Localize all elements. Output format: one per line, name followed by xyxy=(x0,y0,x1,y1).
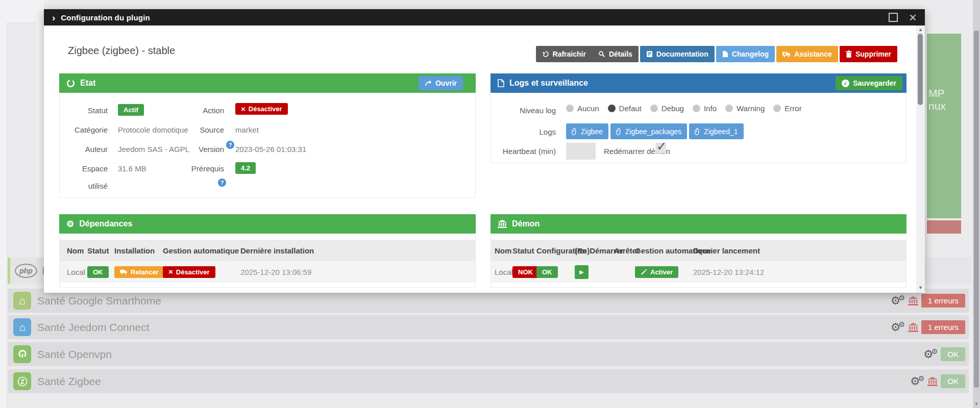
bank-icon xyxy=(498,220,507,228)
modal-titlebar: › Configuration du plugin × xyxy=(44,9,925,26)
plugin-toolbar: Rafraichir Détails Documentation Changel… xyxy=(536,46,897,62)
assistance-button[interactable]: Assistance xyxy=(776,46,838,62)
panel-title: Dépendances xyxy=(79,219,132,228)
question-circle-icon[interactable]: ? xyxy=(218,178,226,187)
paperclip-icon xyxy=(616,128,622,135)
heartbeat-input[interactable] xyxy=(566,143,596,160)
source-label: Source xyxy=(177,125,224,134)
bank-icon[interactable] xyxy=(908,323,918,332)
covered-table-red-fragment xyxy=(927,220,961,234)
radio-warning[interactable]: Warning xyxy=(725,104,765,113)
panel-title: Logs et surveillance xyxy=(509,79,588,88)
dependances-panel: ⚙ Dépendances Nom Statut Installation Ge… xyxy=(59,214,476,288)
log-file-buttons: Zigbee Zigbee_packages Zigbeed_1 xyxy=(566,123,744,139)
delete-button[interactable]: Supprimer xyxy=(840,46,897,62)
bank-icon[interactable] xyxy=(908,296,918,305)
gears-icon[interactable]: ⚙⚙ xyxy=(923,349,938,360)
demon-panel: Démon Nom Statut Configuration (Re)Démar… xyxy=(491,214,906,288)
restart-daemon-checkbox[interactable]: ✓ xyxy=(655,143,666,154)
dependances-panel-header: ⚙ Dépendances xyxy=(59,214,476,234)
statut-badge: Actif xyxy=(118,104,144,116)
etat-panel: Etat Ouvrir Statut Actif Catégorie Proto… xyxy=(59,73,476,198)
close-icon[interactable]: × xyxy=(909,12,917,22)
open-button[interactable]: Ouvrir xyxy=(419,76,463,90)
logs-panel-header: Logs et surveillance ✓ Sauvegarder xyxy=(491,73,906,93)
trash-icon xyxy=(846,50,852,58)
list-item-label: Santé Openvpn xyxy=(37,348,112,361)
paperclip-icon xyxy=(572,128,577,135)
page-scrollbar[interactable]: ▼ xyxy=(973,0,980,408)
covered-table-green-fragment: MP nux xyxy=(927,34,961,218)
ambulance-icon xyxy=(782,51,791,58)
documentation-button[interactable]: Documentation xyxy=(640,46,715,62)
niveau-log-label: Niveau log xyxy=(491,106,556,115)
radio-defaut[interactable]: Defaut xyxy=(608,104,642,113)
ambulance-icon xyxy=(120,269,128,275)
google-smarthome-icon: ⌂ xyxy=(13,292,31,310)
radio-debug[interactable]: Debug xyxy=(650,104,684,113)
start-daemon-cell: ▶ xyxy=(575,261,589,283)
search-icon xyxy=(598,50,605,58)
log-button-zigbee-packages[interactable]: Zigbee_packages xyxy=(610,123,688,139)
dep-nom: Local xyxy=(67,261,85,283)
modal-scrollbar-thumb[interactable] xyxy=(918,34,923,105)
radio-aucun[interactable]: Aucun xyxy=(566,104,599,113)
demon-date: 2025-12-20 13:24:12 xyxy=(693,261,764,283)
paperclip-icon xyxy=(695,128,700,135)
logs-panel: Logs et surveillance ✓ Sauvegarder Nivea… xyxy=(491,73,906,163)
list-item-sante-jeedom-connect[interactable]: ⌂ Santé Jeedom Connect ⚙⚙ 1 erreurs xyxy=(8,315,969,339)
demon-statut-badge: NOK xyxy=(512,261,538,283)
dep-date: 2025-12-20 13:06:59 xyxy=(240,261,311,283)
col-statut: Statut xyxy=(512,240,534,261)
gears-icon[interactable]: ⚙⚙ xyxy=(910,376,924,387)
list-item-label: Santé Google Smarthome xyxy=(37,295,161,307)
col-nom: Nom xyxy=(495,240,511,261)
zigbee-icon: Z xyxy=(13,372,31,390)
radio-circle-icon xyxy=(650,105,658,112)
radio-error[interactable]: Error xyxy=(773,104,801,113)
version-value: 2023-05-26 01:03:31 xyxy=(235,145,306,154)
refresh-button[interactable]: Rafraichir xyxy=(536,46,592,62)
dependances-table: Nom Statut Installation Gestion automati… xyxy=(60,234,475,287)
dep-statut-badge: OK xyxy=(87,261,109,283)
covered-panel-edge xyxy=(36,22,44,258)
save-button[interactable]: ✓ Sauvegarder xyxy=(836,76,902,90)
question-circle-icon[interactable]: ? xyxy=(226,141,234,149)
bank-icon[interactable] xyxy=(927,377,938,386)
list-item-label: Santé Zigbee xyxy=(37,375,101,388)
col-gestion: Gestion automatique xyxy=(163,240,239,261)
auteur-label: Auteur xyxy=(60,145,108,154)
file-icon xyxy=(722,50,728,58)
espace-value: 31.6 MB xyxy=(118,164,146,173)
maximize-icon[interactable] xyxy=(889,13,898,22)
scroll-down-icon[interactable]: ▼ xyxy=(973,401,980,406)
etat-panel-header: Etat Ouvrir xyxy=(59,73,476,93)
log-button-zigbeed-1[interactable]: Zigbeed_1 xyxy=(689,123,743,139)
list-item-sante-openvpn[interactable]: Santé Openvpn ⚙⚙ OK xyxy=(8,342,969,366)
changelog-button[interactable]: Changelog xyxy=(716,46,775,62)
details-button[interactable]: Détails xyxy=(592,46,639,62)
gears-icon[interactable]: ⚙⚙ xyxy=(891,322,905,333)
page-title: Zigbee (zigbee) - stable xyxy=(68,45,175,57)
log-button-zigbee[interactable]: Zigbee xyxy=(566,123,608,139)
col-derniere: Dernière installation xyxy=(240,240,314,261)
radio-info[interactable]: Info xyxy=(693,104,717,113)
modal-scrollbar[interactable]: ▲ ▼ xyxy=(916,26,925,293)
status-badge: OK xyxy=(941,347,965,361)
status-badge: 1 erreurs xyxy=(921,320,965,334)
scroll-down-icon[interactable]: ▼ xyxy=(916,285,925,290)
radio-circle-icon xyxy=(608,105,616,112)
version-label: Version xyxy=(177,145,224,154)
check-circle-icon: ✓ xyxy=(842,80,849,87)
espace-label-line2: utilisé xyxy=(60,182,108,190)
scroll-up-icon[interactable]: ▲ xyxy=(916,27,925,32)
demon-nom: Local xyxy=(495,261,513,283)
gears-icon[interactable]: ⚙⚙ xyxy=(891,295,905,307)
play-button[interactable]: ▶ xyxy=(575,265,589,279)
col-nom: Nom xyxy=(67,240,84,261)
status-badge: OK xyxy=(941,374,965,388)
page-scrollbar-thumb[interactable] xyxy=(974,31,979,388)
list-item-sante-zigbee[interactable]: Z Santé Zigbee ⚙⚙ OK xyxy=(8,369,969,393)
x-icon: × xyxy=(241,107,246,112)
relaunch-button-cell: Relancer xyxy=(114,261,164,283)
